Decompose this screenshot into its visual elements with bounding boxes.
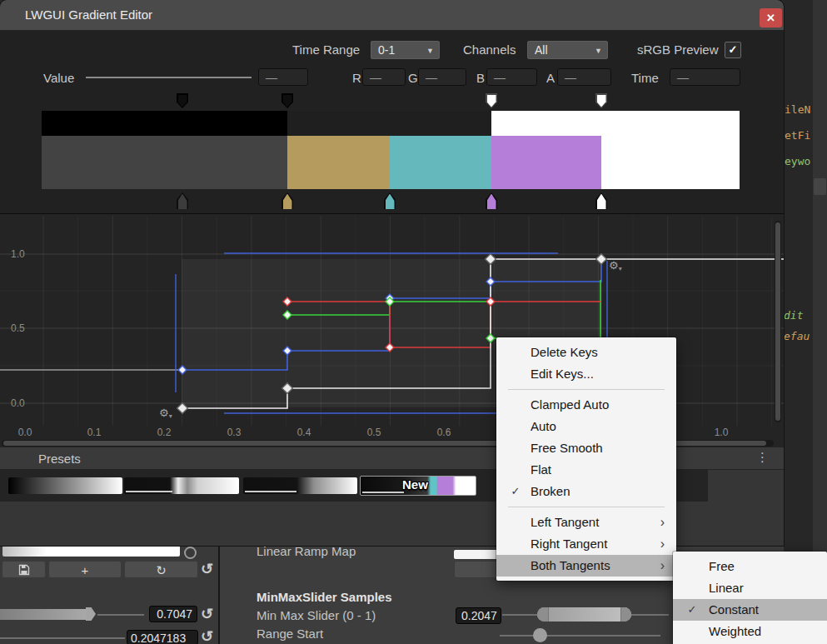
new-preset-badge: New <box>402 477 428 492</box>
slider-value-field[interactable]: 0.7047 <box>149 606 197 622</box>
submenu-arrow-icon: › <box>660 555 665 577</box>
preset-curve-line <box>362 492 404 493</box>
slider-fill[interactable] <box>0 609 87 620</box>
color-key-marker[interactable] <box>281 192 293 209</box>
menu-item-broken[interactable]: ✓Broken <box>496 481 676 502</box>
menu-item-label: Constant <box>709 599 759 621</box>
preset-swatch[interactable]: New <box>360 476 476 496</box>
alpha-key-marker-fill <box>178 95 187 107</box>
ramp-preview-bar[interactable] <box>2 546 180 557</box>
menu-item-right-tangent[interactable]: Right Tangent› <box>496 533 676 555</box>
menu-item-label: Clamped Auto <box>531 394 609 416</box>
alpha-key-marker[interactable] <box>281 93 293 108</box>
menu-separator <box>508 389 665 390</box>
submenu-arrow-icon: › <box>660 512 665 533</box>
menu-item-free-smooth[interactable]: Free Smooth <box>496 437 676 459</box>
curve-options-gear-icon[interactable]: ⚙▾ <box>159 407 172 420</box>
menu-item-linear[interactable]: Linear <box>673 577 827 599</box>
presets-title: Presets <box>38 452 81 466</box>
preset-swatch[interactable] <box>243 477 357 494</box>
title-bar[interactable]: LWGUI Gradient Editor ✕ <box>0 0 784 30</box>
plus-icon: + <box>82 563 89 577</box>
menu-check-icon: ✓ <box>505 481 526 502</box>
vertical-scrollbar-thumb[interactable] <box>775 222 780 421</box>
undo-icon[interactable]: ↺ <box>201 560 213 578</box>
alpha-key-marker[interactable] <box>595 93 607 108</box>
save-icon <box>18 564 30 576</box>
menu-item-label: Edit Keys... <box>531 363 594 385</box>
alpha-key-marker[interactable] <box>177 93 188 108</box>
gradient-strip[interactable] <box>0 30 784 213</box>
alpha-key-marker-fill <box>487 95 496 107</box>
chevron-down-icon: ▾ <box>619 265 622 272</box>
range-start-label: Range Start <box>257 627 323 641</box>
kebab-menu-icon[interactable]: ⋮ <box>756 450 769 465</box>
window-title: LWGUI Gradient Editor <box>25 7 152 22</box>
code-token: etFi <box>785 129 810 142</box>
color-key-marker[interactable] <box>177 192 188 209</box>
circle-icon <box>184 547 197 559</box>
gradient-alpha-segment <box>287 111 491 136</box>
menu-item-both-tangents[interactable]: Both Tangents› <box>496 555 676 577</box>
code-scrollbar-track[interactable] <box>813 0 827 644</box>
color-key-marker[interactable] <box>486 192 497 209</box>
range-handle[interactable] <box>533 628 547 642</box>
refresh-button[interactable]: ↻ <box>124 561 198 578</box>
gradient-color-segment <box>42 136 287 189</box>
slider-value-field[interactable]: 0.2047183 <box>127 630 198 644</box>
slider-track[interactable] <box>0 637 125 639</box>
x-axis-tick: 0.1 <box>87 427 102 438</box>
y-axis-tick: 1.0 <box>11 248 25 260</box>
preset-swatch[interactable] <box>8 477 122 494</box>
gradient-alpha-segment <box>491 111 740 136</box>
code-token: ileN <box>785 103 810 116</box>
menu-item-clamped-auto[interactable]: Clamped Auto <box>496 394 676 416</box>
add-button[interactable]: + <box>48 561 122 578</box>
slider-track[interactable] <box>97 614 144 616</box>
both-tangents-submenu: FreeLinear✓ConstantWeighted <box>673 552 827 644</box>
menu-check-icon: ✓ <box>681 599 703 621</box>
section-title: MinMaxSlider Samples <box>257 590 392 604</box>
chevron-down-icon: ▾ <box>169 412 172 420</box>
code-scrollbar-thumb[interactable] <box>814 178 826 195</box>
color-key-marker[interactable] <box>384 192 396 209</box>
undo-icon[interactable]: ↺ <box>201 627 213 644</box>
alpha-key-marker-fill <box>597 95 606 107</box>
close-icon: ✕ <box>766 12 775 24</box>
minmax-left-handle[interactable] <box>537 607 549 622</box>
undo-icon[interactable]: ↺ <box>201 605 213 623</box>
code-editor-strip: ileNetFieywoditefau <box>784 0 827 644</box>
vertical-scrollbar[interactable] <box>775 221 781 422</box>
alpha-key-marker[interactable] <box>486 93 497 108</box>
x-axis-tick: 0.5 <box>367 427 381 438</box>
curve-options-gear-icon[interactable]: ⚙▾ <box>609 259 622 272</box>
menu-item-free[interactable]: Free <box>673 556 827 577</box>
gradient-color-segment <box>287 136 390 189</box>
code-token: dit <box>784 309 803 322</box>
color-key-marker-fill <box>597 194 606 211</box>
minmax-value-field[interactable]: 0.2047 <box>456 607 501 624</box>
menu-item-flat[interactable]: Flat <box>496 459 676 481</box>
color-key-marker[interactable] <box>595 192 607 209</box>
menu-separator <box>508 507 665 507</box>
menu-item-left-tangent[interactable]: Left Tangent› <box>496 512 676 533</box>
menu-item-label: Auto <box>531 416 556 437</box>
menu-item-label: Linear <box>709 577 744 599</box>
menu-item-edit-keys[interactable]: Edit Keys... <box>496 363 676 385</box>
close-button[interactable]: ✕ <box>760 8 782 27</box>
range-track[interactable] <box>500 635 660 637</box>
x-axis-tick: 0.4 <box>297 427 311 438</box>
minmax-range-bar[interactable] <box>537 607 631 622</box>
menu-item-delete-keys[interactable]: Delete Keys <box>496 342 676 363</box>
gradient-alpha-segment <box>42 111 287 136</box>
color-key-marker-fill <box>487 194 496 211</box>
menu-item-weighted[interactable]: Weighted <box>673 621 827 642</box>
menu-item-auto[interactable]: Auto <box>496 416 676 437</box>
menu-item-label: Left Tangent <box>531 512 599 533</box>
gradient-color-segment <box>601 136 740 189</box>
menu-item-constant[interactable]: ✓Constant <box>673 599 827 621</box>
save-button[interactable] <box>2 561 46 578</box>
x-axis-tick: 0.3 <box>227 427 242 438</box>
preset-swatch[interactable] <box>124 477 239 494</box>
code-token: efau <box>784 330 810 342</box>
